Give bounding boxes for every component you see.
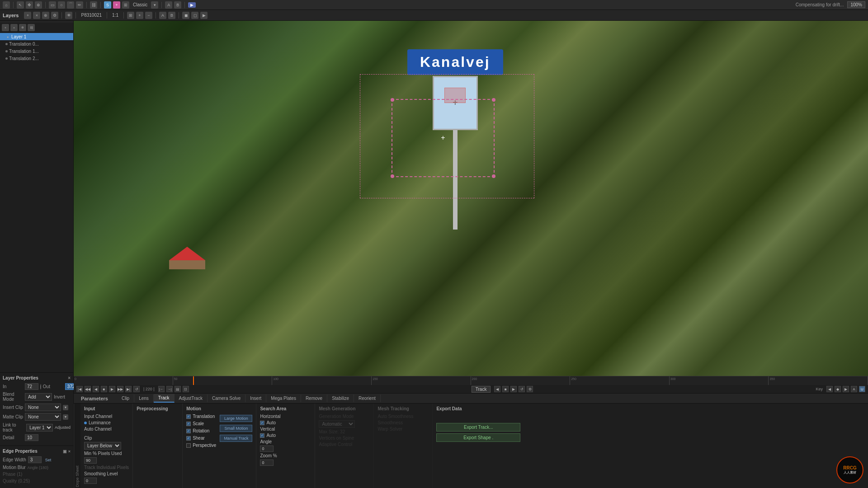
track-loop-btn[interactable]: ↺ [519, 386, 525, 392]
key-u[interactable]: U [859, 386, 865, 392]
set-btn[interactable]: Set [45, 458, 52, 462]
icon-b[interactable]: B [174, 1, 181, 9]
track-back-btn[interactable]: ◀ [494, 386, 500, 392]
rotation-check[interactable]: ✓ [186, 429, 191, 433]
insert-clip-arrow[interactable]: ▼ [63, 405, 68, 410]
playhead[interactable] [193, 376, 194, 385]
icon-plus-badge[interactable]: + [113, 1, 120, 9]
icon-link[interactable]: ⛓ [90, 1, 97, 9]
toggle-surface[interactable]: ◼ [182, 12, 189, 19]
insert-clip-select[interactable]: None [25, 404, 61, 411]
timeline-ruler[interactable]: 0 50 100 150 200 250 300 350 [74, 376, 868, 385]
tab-adjusttrack[interactable]: AdjustTrack [175, 394, 208, 402]
icon-dropdown[interactable]: ▾ [151, 1, 158, 9]
tab-camera-solve[interactable]: Camera Solve [208, 394, 245, 402]
layer-properties-close[interactable]: × [68, 375, 71, 380]
manual-track-btn[interactable]: Manual Track [220, 435, 252, 442]
icon-zoom-select[interactable]: ⊕ [35, 1, 42, 9]
large-motion-btn[interactable]: Large Motion [220, 415, 252, 422]
tab-remove[interactable]: Remove [301, 394, 327, 402]
view-toggle[interactable]: 👁 [65, 12, 72, 19]
icon-draw-rect[interactable]: ▭ [49, 1, 56, 9]
zoom-input[interactable] [260, 460, 274, 466]
track-opt-btn[interactable]: ⚙ [527, 386, 533, 392]
key-prev[interactable]: ◀ [826, 386, 833, 392]
color-toggle-b[interactable]: B [168, 12, 175, 19]
auto-v-check[interactable]: ✓ [260, 433, 264, 438]
icon-move[interactable]: ✥ [26, 1, 33, 9]
auto-h-check[interactable]: ✓ [260, 421, 264, 425]
in-value[interactable] [25, 383, 38, 390]
new-layer-btn[interactable]: + [24, 12, 31, 19]
icon-home[interactable]: ⌂ [3, 1, 10, 9]
layer-dup-icon[interactable]: ⊕ [19, 24, 26, 31]
icon-a[interactable]: A [165, 1, 172, 9]
stop-btn[interactable]: ■ [101, 386, 107, 392]
prev-frame-btn[interactable]: ◀◀ [85, 386, 91, 392]
icon-draw-ellipse[interactable]: ○ [58, 1, 65, 9]
go-end-btn[interactable]: ▶| [125, 386, 132, 392]
layer-below-select[interactable]: Layer Below [84, 442, 121, 450]
tab-insert[interactable]: Insert [245, 394, 266, 402]
in-btn[interactable]: | [40, 384, 41, 389]
icon-s-badge[interactable]: S [104, 1, 111, 9]
layer-link-icon[interactable]: ⛓ [28, 24, 35, 31]
layer-copy-btn[interactable]: ⊕ [42, 12, 49, 19]
range-start-btn[interactable]: |← [158, 386, 165, 392]
small-motion-btn[interactable]: Small Motion [220, 425, 252, 432]
layer-item-3[interactable]: Translation 2... [0, 55, 73, 62]
tab-reorient[interactable]: Reorient [354, 394, 381, 402]
perspective-check[interactable] [186, 443, 191, 448]
track-stop-btn[interactable]: ■ [502, 386, 509, 392]
key-next[interactable]: ▶ [843, 386, 849, 392]
min-px-input[interactable] [84, 457, 97, 464]
layer-vis-0[interactable]: ● [5, 34, 10, 39]
layer-item-0[interactable]: ● Layer 1 [0, 33, 73, 40]
smoothing-input[interactable] [84, 478, 97, 484]
detail-value[interactable] [25, 434, 38, 441]
shear-check[interactable]: ✓ [186, 436, 191, 441]
toggle-spline[interactable]: ◻ [191, 12, 198, 19]
tab-lens[interactable]: Lens [134, 394, 154, 402]
zoom-out[interactable]: − [145, 12, 152, 19]
export-shape-btn[interactable]: Export Shape . [436, 433, 520, 442]
angle-input[interactable] [260, 446, 274, 452]
tab-stabilize[interactable]: Stabilize [327, 394, 354, 402]
matte-clip-arrow[interactable]: ▼ [63, 414, 68, 420]
go-start-btn[interactable]: |◀ [76, 386, 83, 392]
dopesheet-btn[interactable]: ▤ [175, 386, 181, 392]
layer-item-1[interactable]: Translation 0... [0, 40, 73, 47]
track-fwd-btn[interactable]: ▶ [510, 386, 517, 392]
icon-grid[interactable]: ⊞ [122, 1, 129, 9]
play-back-btn[interactable]: ◀ [93, 386, 99, 392]
icon-arrow[interactable]: ↖ [17, 1, 24, 9]
scale-check[interactable]: ✓ [186, 422, 191, 426]
layer-item-2[interactable]: Translation 1... [0, 47, 73, 55]
play-btn-small[interactable]: ▶ [200, 12, 208, 19]
range-end-btn[interactable]: →| [166, 386, 173, 392]
layer-del-icon[interactable]: × [10, 24, 18, 31]
edge-width-value[interactable] [28, 456, 42, 463]
next-frame-btn[interactable]: ▶▶ [117, 386, 123, 392]
icon-draw-bezier[interactable]: ⌒ [67, 1, 74, 9]
layer-add-icon[interactable]: + [2, 24, 9, 31]
track-button[interactable]: Track [472, 386, 491, 393]
link-track-select[interactable]: Layer 13 [26, 424, 53, 432]
play-fwd-btn[interactable]: ▶ [109, 386, 115, 392]
key-a[interactable]: A [851, 386, 857, 392]
matte-clip-select[interactable]: None [25, 413, 61, 421]
color-toggle-a[interactable]: A [159, 12, 166, 19]
layer-settings-btn[interactable]: ⚙ [51, 12, 58, 19]
spline-btn[interactable]: ⊡ [183, 386, 189, 392]
zoom-fit[interactable]: ⊞ [127, 12, 134, 19]
export-track-btn[interactable]: Export Track... [436, 423, 520, 432]
tab-mega-plates[interactable]: Mega Plates [266, 394, 301, 402]
blend-mode-select[interactable]: Add Multiply Screen [25, 393, 52, 401]
tab-clip[interactable]: Clip [117, 394, 134, 402]
translation-check[interactable]: ✓ [186, 414, 191, 419]
tab-track[interactable]: Track [154, 394, 175, 403]
loop-btn[interactable]: ↺ [133, 386, 140, 392]
key-add[interactable]: ◆ [835, 386, 841, 392]
icon-draw-freehand[interactable]: ✏ [76, 1, 83, 9]
delete-layer-btn[interactable]: × [33, 12, 40, 19]
